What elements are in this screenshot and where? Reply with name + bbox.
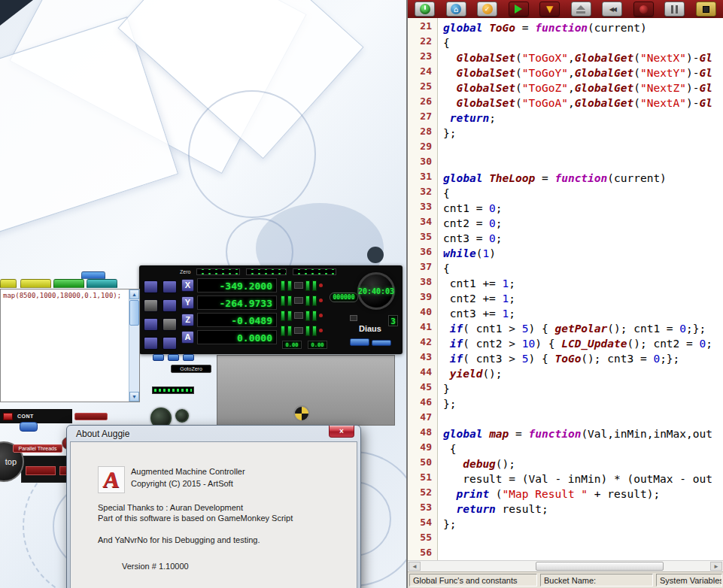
panel-micro-button[interactable]: [294, 282, 303, 289]
axis-button-y[interactable]: Y: [181, 296, 194, 309]
code-line[interactable]: [443, 141, 723, 156]
blue-mini-button[interactable]: [20, 422, 38, 432]
eject-button[interactable]: [571, 2, 591, 17]
code-line[interactable]: cnt3 += 1;: [443, 306, 723, 321]
code-line[interactable]: cnt2 += 1;: [443, 291, 723, 306]
code-line[interactable]: [443, 532, 723, 547]
tab-green[interactable]: [53, 279, 84, 288]
skip-back-button[interactable]: ◀◀: [602, 2, 622, 17]
micro-button[interactable]: [144, 318, 158, 331]
red-mini-button[interactable]: [26, 466, 56, 475]
code-token: 0: [679, 323, 686, 335]
code-token: ( cnt1 >: [463, 323, 522, 335]
micro-button[interactable]: [144, 280, 158, 293]
code-line[interactable]: {: [443, 186, 723, 201]
confirm-button[interactable]: ✓: [477, 2, 497, 17]
code-line[interactable]: };: [443, 517, 723, 532]
axis-button-z[interactable]: Z: [181, 314, 194, 326]
code-token: [443, 368, 450, 380]
parallel-threads-button[interactable]: Parallel Threads: [13, 444, 62, 453]
tab-edge-yellow[interactable]: [0, 279, 17, 288]
panel-blue-button[interactable]: [168, 354, 179, 361]
panel-blue-button[interactable]: [153, 354, 164, 361]
code-line[interactable]: yield();: [443, 366, 723, 381]
horizontal-scrollbar[interactable]: ◄ ►: [408, 560, 723, 571]
micro-button[interactable]: [163, 299, 177, 312]
panel-micro-button[interactable]: [294, 297, 303, 304]
code-line[interactable]: if( cnt1 > 5) { getPolar(); cnt1 = 0;};: [443, 321, 723, 336]
code-lines[interactable]: global ToGo = function(current){ GlobalS…: [438, 18, 723, 560]
code-line[interactable]: }: [443, 381, 723, 396]
axis-button-x[interactable]: X: [181, 279, 194, 292]
scroll-down-icon[interactable]: ▼: [129, 392, 139, 402]
scroll-thumb[interactable]: [129, 300, 139, 326]
panel-micro-button[interactable]: [350, 315, 357, 321]
rotary-knob[interactable]: [175, 409, 189, 423]
code-line[interactable]: };: [443, 126, 723, 141]
snippet-scrollbar[interactable]: ▲ ▼: [129, 289, 139, 402]
panel-indicator-box[interactable]: [196, 268, 240, 275]
close-button[interactable]: ×: [329, 426, 354, 438]
panel-indicator-box[interactable]: [293, 268, 336, 275]
panel-blue-button[interactable]: [350, 338, 369, 346]
axis-button-a[interactable]: A: [181, 331, 194, 344]
code-line[interactable]: [443, 547, 723, 560]
scroll-up-icon[interactable]: ▲: [129, 289, 139, 299]
code-editor[interactable]: 2122232425262728293031323334353637383940…: [408, 18, 723, 560]
red-mini-button[interactable]: [74, 413, 108, 420]
panel-blue-button[interactable]: [183, 354, 194, 361]
dro-display-a: 0.0000: [197, 330, 277, 344]
micro-buttons: [142, 279, 178, 351]
panel-micro-button[interactable]: [294, 327, 303, 334]
micro-button[interactable]: [163, 280, 177, 293]
code-line[interactable]: cnt2 = 0;: [443, 216, 723, 231]
pause-button[interactable]: [664, 2, 685, 17]
scroll-right-icon[interactable]: ►: [710, 562, 722, 571]
code-line[interactable]: cnt3 = 0;: [443, 231, 723, 246]
code-line[interactable]: {: [443, 441, 723, 456]
snippet-text[interactable]: map(8500,1000,18000,0.1,100);: [3, 292, 126, 399]
line-number: 34: [408, 216, 437, 231]
micro-button[interactable]: [144, 299, 158, 312]
stop-button[interactable]: [696, 2, 716, 17]
code-line[interactable]: while(1): [443, 246, 723, 261]
code-line[interactable]: global map = function(Val,inMin,inMax,ou…: [443, 426, 723, 441]
tab-small-blue[interactable]: [81, 271, 105, 279]
code-line[interactable]: global ToGo = function(current): [443, 20, 723, 35]
code-line[interactable]: if( cnt2 > 10) { LCD_Update(); cnt2 = 0;: [443, 336, 723, 351]
panel-micro-button[interactable]: [294, 312, 303, 319]
code-line[interactable]: result = (Val - inMin) * (outMax - out: [443, 471, 723, 486]
code-line[interactable]: {: [443, 35, 723, 50]
code-line[interactable]: print ("Map Result " + result);: [443, 486, 723, 502]
scroll-left-icon[interactable]: ◄: [409, 562, 421, 571]
scroll-thumb[interactable]: [536, 562, 664, 571]
code-line[interactable]: cnt1 = 0;: [443, 201, 723, 216]
micro-button[interactable]: [163, 318, 177, 331]
code-line[interactable]: debug();: [443, 456, 723, 471]
power-button[interactable]: [415, 2, 435, 17]
code-line[interactable]: [443, 156, 723, 171]
code-line[interactable]: return result;: [443, 502, 723, 517]
code-line[interactable]: if( cnt3 > 5) { ToGo(); cnt3 = 0;};: [443, 351, 723, 366]
code-line[interactable]: GlobalSet("ToGoX",GlobalGet("NextX")-Gl: [443, 50, 723, 65]
download-button[interactable]: ▼: [539, 2, 560, 17]
tab-teal[interactable]: [87, 279, 117, 288]
goto-zero-button[interactable]: GotoZero: [171, 365, 211, 373]
home-button[interactable]: ⌂: [446, 2, 466, 17]
panel-blue-button[interactable]: [372, 340, 391, 346]
code-line[interactable]: };: [443, 396, 723, 411]
run-button[interactable]: [509, 2, 529, 17]
code-line[interactable]: global TheLoop = function(current): [443, 171, 723, 186]
code-line[interactable]: {: [443, 261, 723, 276]
panel-indicator-box[interactable]: [246, 268, 287, 275]
code-line[interactable]: return;: [443, 111, 723, 126]
micro-button[interactable]: [144, 337, 158, 350]
tab-yellow[interactable]: [20, 279, 51, 288]
code-line[interactable]: GlobalSet("ToGoZ",GlobalGet("NextZ")-Gl: [443, 80, 723, 95]
record-button[interactable]: [633, 2, 654, 17]
code-line[interactable]: GlobalSet("ToGoY",GlobalGet("NextY")-Gl: [443, 65, 723, 80]
code-line[interactable]: cnt1 += 1;: [443, 276, 723, 291]
code-line[interactable]: [443, 411, 723, 426]
micro-button[interactable]: [163, 337, 177, 350]
code-line[interactable]: GlobalSet("ToGoA",GlobalGet("NextA")-Gl: [443, 95, 723, 111]
